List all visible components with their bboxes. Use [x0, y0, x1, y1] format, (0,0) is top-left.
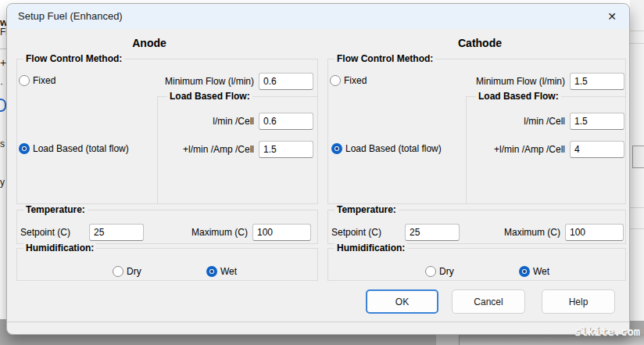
background-text-fragment: s: [0, 138, 5, 149]
anode-per-amp-label: +l/min /Amp /Cell: [152, 144, 254, 155]
anode-setpoint-input[interactable]: [89, 224, 144, 241]
radio-checked-icon[interactable]: [206, 266, 217, 277]
radio-label: Fixed: [33, 75, 55, 86]
dialog-titlebar: Setup Fuel (Enhanced) ✕: [7, 4, 629, 29]
background-button-fragment: [632, 146, 644, 168]
cathode-per-amp-input[interactable]: [570, 141, 624, 158]
divider: [7, 322, 629, 322]
radio-icon[interactable]: [425, 266, 436, 277]
anode-per-amp-input[interactable]: [259, 141, 313, 158]
anode-load-based-radio[interactable]: Load Based (total flow): [19, 142, 129, 154]
cathode-per-amp-label: +l/min /Amp /Cell: [463, 144, 565, 155]
cathode-maximum-input[interactable]: [565, 224, 624, 241]
divider: [630, 228, 644, 229]
radio-icon[interactable]: [330, 75, 341, 86]
cathode-per-cell-label: l/min /Cell: [463, 116, 565, 127]
cathode-fixed-radio[interactable]: Fixed: [330, 74, 367, 86]
radio-label: Wet: [533, 266, 549, 277]
anode-fixed-radio[interactable]: Fixed: [19, 74, 55, 86]
radio-label: Dry: [439, 266, 454, 277]
anode-setpoint-label: Setpoint (C): [20, 227, 70, 238]
background-window-right: [630, 0, 644, 345]
anode-wet-radio[interactable]: Wet: [206, 265, 237, 277]
group-label: Temperature:: [23, 204, 88, 215]
group-label: Load Based Flow:: [167, 91, 252, 102]
radio-icon[interactable]: [19, 75, 30, 86]
anode-maximum-input[interactable]: [252, 224, 311, 241]
cathode-humidification-group: Humidification:: [327, 248, 626, 281]
anode-min-flow-input[interactable]: [259, 73, 313, 90]
divider: [630, 31, 644, 31]
divider: [630, 207, 644, 208]
anode-per-cell-label: l/min /Cell: [152, 116, 254, 127]
dialog-title: Setup Fuel (Enhanced): [18, 4, 123, 29]
anode-maximum-label: Maximum (C): [185, 227, 248, 238]
radio-label: Load Based (total flow): [345, 143, 442, 154]
cathode-per-cell-input[interactable]: [570, 113, 624, 130]
cathode-dry-radio[interactable]: Dry: [425, 265, 454, 277]
setup-fuel-dialog: Setup Fuel (Enhanced) ✕ Anode Cathode Fl…: [6, 3, 630, 335]
radio-label: Wet: [220, 266, 237, 277]
anode-header: Anode: [16, 37, 282, 50]
group-label: Humidification:: [23, 243, 96, 253]
background-segment: [436, 335, 460, 345]
anode-per-cell-input[interactable]: [259, 113, 313, 130]
group-label: Flow Control Method:: [23, 53, 124, 64]
anode-min-flow-label: Minimum Flow (l/min): [152, 76, 254, 87]
group-label: Humidification:: [335, 243, 407, 253]
cathode-maximum-label: Maximum (C): [498, 227, 560, 238]
radio-checked-icon[interactable]: [331, 143, 342, 154]
cathode-min-flow-label: Minimum Flow (l/min): [463, 76, 565, 87]
radio-checked-icon[interactable]: [519, 266, 530, 277]
cathode-header: Cathode: [327, 37, 632, 50]
cathode-setpoint-label: Setpoint (C): [331, 227, 381, 238]
radio-label: Load Based (total flow): [33, 143, 129, 154]
background-text-fragment: ·: [0, 78, 3, 89]
cathode-min-flow-input[interactable]: [570, 73, 624, 90]
ok-button[interactable]: OK: [366, 289, 438, 314]
close-icon[interactable]: ✕: [599, 7, 624, 26]
cathode-setpoint-input[interactable]: [405, 224, 460, 241]
radio-checked-icon[interactable]: [19, 143, 30, 154]
blue-bracket-icon: [0, 99, 6, 112]
group-label: Flow Control Method:: [335, 53, 435, 64]
radio-label: Dry: [127, 266, 141, 277]
cancel-button[interactable]: Cancel: [452, 289, 525, 314]
cathode-load-based-radio[interactable]: Load Based (total flow): [331, 142, 442, 154]
radio-icon[interactable]: [113, 266, 123, 277]
radio-label: Fixed: [344, 75, 367, 86]
help-button[interactable]: Help: [542, 289, 615, 314]
group-label: Temperature:: [335, 204, 399, 215]
cathode-wet-radio[interactable]: Wet: [519, 265, 549, 277]
group-label: Load Based Flow:: [476, 91, 561, 102]
watermark: slkite.com: [574, 325, 640, 338]
anode-humidification-group: Humidification:: [16, 248, 318, 281]
background-text-fragment: +: [0, 56, 6, 69]
anode-dry-radio[interactable]: Dry: [113, 265, 141, 277]
